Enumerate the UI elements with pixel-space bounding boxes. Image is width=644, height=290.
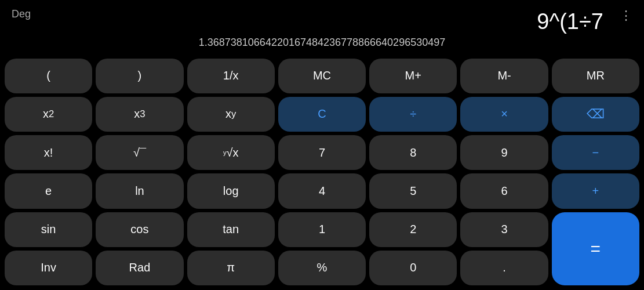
- display-area: Deg ⋮ 9^(1÷7 1.3687381066422016748423677…: [0, 0, 644, 56]
- equals-button[interactable]: =: [552, 212, 639, 285]
- sin-button[interactable]: sin: [5, 212, 92, 247]
- x-squared-button[interactable]: x2: [5, 97, 92, 132]
- reciprocal-button[interactable]: 1/x: [187, 59, 275, 93]
- cos-button[interactable]: cos: [96, 212, 183, 247]
- tan-button[interactable]: tan: [187, 212, 275, 247]
- nth-root-button[interactable]: y√x: [187, 135, 275, 170]
- x-cubed-button[interactable]: x3: [96, 97, 183, 132]
- percent-button[interactable]: %: [278, 251, 366, 285]
- mr-button[interactable]: MR: [552, 59, 639, 93]
- mc-button[interactable]: MC: [278, 59, 366, 93]
- close-paren-button[interactable]: ): [96, 59, 183, 93]
- ln-button[interactable]: ln: [96, 173, 183, 208]
- minus-button[interactable]: −: [552, 135, 639, 170]
- deg-label: Deg: [12, 8, 31, 20]
- factorial-button[interactable]: x!: [5, 135, 92, 170]
- three-button[interactable]: 3: [460, 212, 548, 247]
- clear-button[interactable]: C: [278, 97, 366, 132]
- result-display: 1.36873810664220167484236778866640296530…: [12, 35, 632, 53]
- zero-button[interactable]: 0: [369, 251, 457, 285]
- decimal-button[interactable]: .: [460, 251, 548, 285]
- seven-button[interactable]: 7: [278, 135, 366, 170]
- m-minus-button[interactable]: M-: [460, 59, 548, 93]
- pi-button[interactable]: π: [187, 251, 275, 285]
- button-grid: ()1/xMCM+M-MRx2x3xyC÷×⌫x!√¯y√x789−elnlog…: [0, 56, 644, 290]
- euler-button[interactable]: e: [5, 173, 92, 208]
- four-button[interactable]: 4: [278, 173, 366, 208]
- one-button[interactable]: 1: [278, 212, 366, 247]
- open-paren-button[interactable]: (: [5, 59, 92, 93]
- five-button[interactable]: 5: [369, 173, 457, 208]
- six-button[interactable]: 6: [460, 173, 548, 208]
- plus-button[interactable]: +: [552, 173, 639, 208]
- m-plus-button[interactable]: M+: [369, 59, 457, 93]
- eight-button[interactable]: 8: [369, 135, 457, 170]
- two-button[interactable]: 2: [369, 212, 457, 247]
- backspace-button[interactable]: ⌫: [552, 97, 639, 132]
- sqrt-button[interactable]: √¯: [96, 135, 183, 170]
- multiply-button[interactable]: ×: [460, 97, 548, 132]
- menu-icon[interactable]: ⋮: [620, 8, 632, 23]
- nine-button[interactable]: 9: [460, 135, 548, 170]
- divide-button[interactable]: ÷: [369, 97, 457, 132]
- log-button[interactable]: log: [187, 173, 275, 208]
- rad-button[interactable]: Rad: [96, 251, 183, 285]
- expression-display: 9^(1÷7: [12, 6, 632, 35]
- inv-button[interactable]: Inv: [5, 251, 92, 285]
- x-power-y-button[interactable]: xy: [187, 97, 275, 132]
